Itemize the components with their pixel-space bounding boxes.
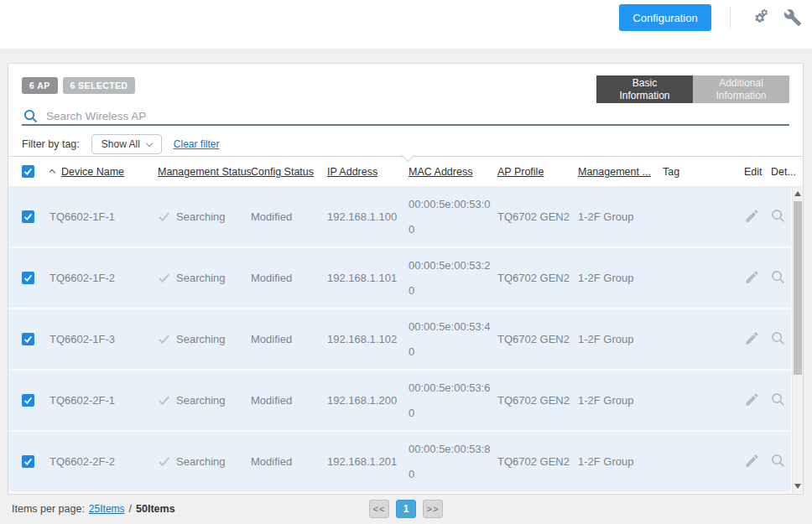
management-group-cell: 1-2F Group (578, 272, 663, 284)
column-header-mac-address[interactable]: MAC Address (409, 166, 497, 178)
ap-profile-cell: TQ6702 GEN2 (497, 455, 578, 468)
mac-address-cell: 00:00:5e:00:53:80 (409, 437, 497, 487)
management-status-cell: Searching (158, 394, 251, 407)
status-check-icon (158, 211, 170, 222)
select-all-checkbox[interactable] (22, 165, 34, 178)
scrollbar-thumb[interactable] (794, 201, 802, 375)
ip-address-cell: 192.168.1.100 (327, 210, 409, 223)
top-bar: Configuration (0, 0, 812, 49)
settings-gears-icon[interactable] (753, 8, 772, 27)
column-header-edit: Edit (744, 166, 771, 178)
edit-pencil-icon[interactable] (744, 453, 761, 470)
filter-by-tag-label: Filter by tag: (22, 138, 80, 150)
pagination: << 1 >> (369, 500, 443, 518)
column-header-config-status[interactable]: Config Status (251, 166, 327, 178)
row-checkbox[interactable] (22, 272, 34, 284)
table-row[interactable]: TQ6602-1F-3 Searching Modified 192.168.1… (8, 309, 791, 371)
tab-basic-information[interactable]: Basic Information (596, 75, 693, 103)
ip-address-cell: 192.168.1.201 (327, 455, 409, 468)
table-body: TQ6602-1F-1 Searching Modified 192.168.1… (8, 187, 791, 494)
ap-profile-cell: TQ6702 GEN2 (497, 272, 578, 284)
search-icon (23, 109, 38, 123)
search-input[interactable] (46, 110, 788, 122)
column-header-details: Det... (771, 166, 803, 178)
vertical-scrollbar[interactable] (792, 187, 803, 493)
page-size-separator: / (129, 503, 132, 515)
row-checkbox[interactable] (22, 210, 34, 223)
pagination-next-button[interactable]: >> (423, 500, 443, 518)
config-status-cell: Modified (251, 272, 327, 284)
status-check-icon (158, 272, 170, 283)
config-status-cell: Modified (251, 333, 327, 345)
status-check-icon (158, 334, 170, 345)
scroll-down-icon[interactable] (793, 480, 803, 492)
configuration-button[interactable]: Configuration (619, 4, 711, 31)
details-magnifier-icon[interactable] (771, 331, 788, 348)
table-row[interactable]: TQ6602-2F-1 Searching Modified 192.168.1… (8, 371, 791, 432)
management-status-text: Searching (176, 272, 226, 284)
badge-group: 6 AP 6 SELECTED (22, 77, 135, 94)
device-name-cell: TQ6602-2F-2 (49, 455, 158, 468)
ap-count-badge: 6 AP (22, 77, 58, 94)
items-per-page-label: Items per page: (12, 503, 85, 515)
info-tabs: Basic Information Additional Information (596, 75, 789, 103)
column-header-ap-profile[interactable]: AP Profile (497, 166, 578, 178)
table-footer: Items per page: 25Items / 50Items << 1 >… (12, 500, 800, 520)
row-checkbox[interactable] (22, 455, 34, 468)
details-magnifier-icon[interactable] (771, 270, 788, 287)
row-checkbox[interactable] (22, 394, 34, 407)
details-magnifier-icon[interactable] (771, 454, 788, 470)
management-group-cell: 1-2F Group (578, 333, 663, 345)
chevron-down-icon (146, 139, 153, 146)
device-name-cell: TQ6602-1F-2 (49, 272, 158, 284)
management-status-text: Searching (176, 210, 226, 223)
ip-address-cell: 192.168.1.200 (327, 394, 409, 407)
management-group-cell: 1-2F Group (578, 210, 663, 223)
status-check-icon (158, 456, 170, 467)
status-check-icon (158, 395, 170, 406)
page-size-50-current: 50Items (136, 503, 175, 515)
mac-address-cell: 00:00:5e:00:53:60 (409, 376, 497, 426)
mac-address-cell: 00:00:5e:00:53:40 (409, 314, 497, 365)
column-header-ip-address[interactable]: IP Address (327, 166, 409, 178)
management-status-text: Searching (176, 333, 226, 345)
config-status-cell: Modified (251, 210, 327, 223)
device-name-cell: TQ6602-2F-1 (49, 394, 158, 407)
management-status-cell: Searching (158, 455, 251, 468)
scroll-up-icon[interactable] (793, 188, 803, 200)
column-header-device-name[interactable]: Device Name (49, 166, 158, 178)
edit-pencil-icon[interactable] (744, 208, 761, 225)
management-status-cell: Searching (158, 272, 251, 284)
table-row[interactable]: TQ6602-2F-2 Searching Modified 192.168.1… (8, 432, 791, 493)
mac-address-cell: 00:00:5e:00:53:20 (409, 253, 497, 304)
search-underline (22, 124, 789, 126)
sort-ascending-icon (49, 169, 55, 176)
page-size-25-link[interactable]: 25Items (89, 503, 125, 515)
details-magnifier-icon[interactable] (771, 392, 788, 409)
pagination-prev-button[interactable]: << (369, 500, 389, 518)
device-name-cell: TQ6602-1F-1 (49, 210, 158, 223)
table-row[interactable]: TQ6602-1F-1 Searching Modified 192.168.1… (8, 187, 791, 248)
ap-list-panel: 6 AP 6 SELECTED Basic Information Additi… (8, 63, 804, 495)
mac-address-cell: 00:00:5e:00:53:00 (409, 192, 497, 242)
ap-profile-cell: TQ6702 GEN2 (497, 394, 578, 407)
details-magnifier-icon[interactable] (771, 209, 788, 226)
column-header-management-group[interactable]: Management ... (578, 166, 663, 178)
row-checkbox[interactable] (22, 333, 34, 345)
edit-pencil-icon[interactable] (744, 269, 761, 286)
management-status-text: Searching (176, 394, 226, 407)
clear-filter-link[interactable]: Clear filter (174, 138, 220, 150)
edit-pencil-icon[interactable] (744, 392, 761, 408)
edit-pencil-icon[interactable] (744, 330, 761, 347)
table-row[interactable]: TQ6602-1F-2 Searching Modified 192.168.1… (8, 248, 791, 309)
management-group-cell: 1-2F Group (578, 455, 663, 468)
tag-filter-dropdown[interactable]: Show All (91, 134, 162, 154)
pagination-page-1-button[interactable]: 1 (396, 500, 416, 518)
tab-additional-information[interactable]: Additional Information (693, 75, 789, 103)
management-status-text: Searching (176, 455, 226, 468)
ip-address-cell: 192.168.1.102 (327, 333, 409, 345)
config-status-cell: Modified (251, 455, 327, 468)
column-header-management-status[interactable]: Management Status (158, 166, 251, 178)
ap-profile-cell: TQ6702 GEN2 (497, 210, 578, 223)
wrench-icon[interactable] (783, 8, 802, 27)
